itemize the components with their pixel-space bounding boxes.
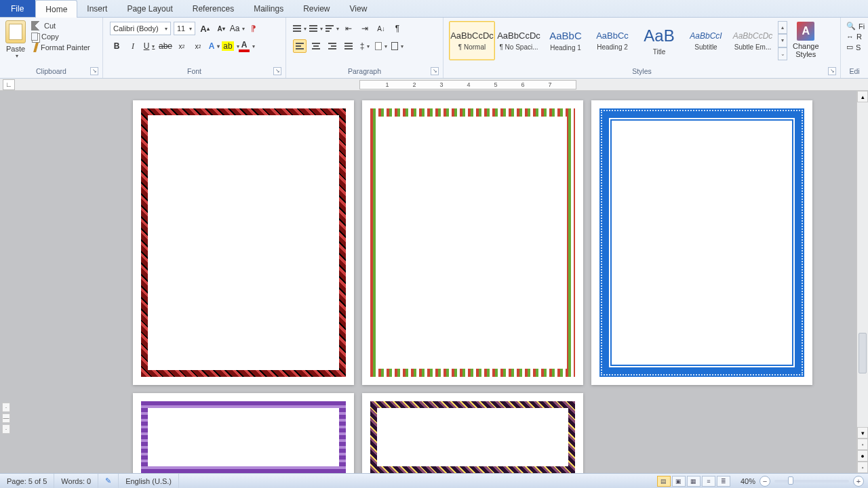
copy-button[interactable]: Copy [31,33,90,41]
group-paragraph: ▾ ▾ ▾ ⇤ ⇥ A↓ ¶ ‡▾ ▾ ▾ Paragraph↘ [286,18,443,78]
clear-formatting-button[interactable]: ⁋ [247,22,260,35]
superscript-button[interactable]: x2 [191,39,205,53]
tab-selector[interactable]: ∟ [3,79,15,90]
shrink-font-button[interactable]: A▾ [214,22,228,35]
style-name-label: Title [653,48,666,56]
show-marks-button[interactable]: ¶ [391,22,404,35]
prev-page-button[interactable]: ◦ [857,439,868,450]
zoom-out-button[interactable]: − [760,476,770,487]
multilevel-list-button[interactable]: ▾ [326,22,339,35]
tab-review[interactable]: Review [294,0,340,17]
font-size-combo[interactable]: 11▾ [174,22,195,35]
page-2[interactable] [362,100,583,385]
gallery-down-button[interactable]: ▾ [778,34,787,47]
style-no-spacing[interactable]: AaBbCcDc¶ No Spaci... [496,21,542,60]
cut-button[interactable]: Cut [31,21,90,30]
align-right-button[interactable] [326,39,339,53]
decrease-indent-button[interactable]: ⇤ [342,22,355,35]
zoom-level-label[interactable]: 40% [736,477,760,485]
zoom-thumb[interactable] [788,476,793,485]
style-preview: AaB [644,26,674,45]
borders-button[interactable]: ▾ [391,39,404,53]
style-heading-1[interactable]: AaBbCHeading 1 [542,21,589,60]
tab-view[interactable]: View [340,0,378,17]
paragraph-launcher[interactable]: ↘ [431,67,439,75]
bullets-button[interactable]: ▾ [293,22,307,35]
select-button[interactable]: ▭S [846,43,865,52]
pages-container[interactable] [0,91,856,473]
view-outline[interactable]: ≡ [702,476,715,487]
view-web-layout[interactable]: ▦ [687,476,701,487]
increase-indent-button[interactable]: ⇥ [358,22,372,35]
paste-dropdown-icon[interactable]: ▾ [16,53,18,59]
vertical-scrollbar[interactable]: ▴ ▾ ◦ ● ◦ [856,91,868,473]
align-left-button[interactable] [293,39,307,53]
style-title[interactable]: AaBTitle [636,21,682,60]
page-1[interactable] [133,100,354,385]
shading-button[interactable]: ▾ [374,39,388,53]
line-spacing-button[interactable]: ‡▾ [358,39,372,53]
scroll-up-button[interactable]: ▴ [857,91,868,102]
style-normal[interactable]: AaBbCcDc¶ Normal [449,21,495,60]
underline-button[interactable]: U▾ [142,39,156,53]
zoom-in-button[interactable]: + [853,476,864,487]
bold-button[interactable]: B [110,39,123,53]
font-color-button[interactable]: A▾ [240,39,254,53]
tab-page-layout[interactable]: Page Layout [117,0,182,17]
style-subtle-emphasis[interactable]: AaBbCcDcSubtle Em... [730,21,776,60]
page-5[interactable] [362,393,583,473]
tab-insert[interactable]: Insert [77,0,117,17]
clipboard-launcher[interactable]: ↘ [90,67,98,75]
sort-button[interactable]: A↓ [374,22,388,35]
font-name-combo[interactable]: Calibri (Body)▾ [110,22,171,35]
page-3[interactable] [591,100,812,385]
grow-font-button[interactable]: A▴ [198,22,212,35]
text-effects-button[interactable]: A▾ [208,39,221,53]
tab-references[interactable]: References [183,0,244,17]
tab-file[interactable]: File [0,0,35,17]
italic-button[interactable]: I [126,39,140,53]
view-full-screen[interactable]: ▣ [672,476,686,487]
status-language[interactable]: English (U.S.) [119,474,179,488]
find-button[interactable]: 🔍Fi [846,22,865,30]
replace-icon: ↔ [846,33,854,41]
highlight-button[interactable]: ab▾ [224,39,237,53]
scroll-down-button[interactable]: ▾ [857,427,868,439]
tab-mailings[interactable]: Mailings [244,0,294,17]
justify-button[interactable] [342,39,355,53]
format-painter-icon [33,43,39,52]
scroll-thumb[interactable] [859,333,867,373]
view-print-layout[interactable]: ▤ [657,476,671,487]
change-styles-button[interactable]: Change Styles [787,19,825,61]
status-proofing[interactable]: ✎ [98,474,119,488]
status-words[interactable]: Words: 0 [54,474,98,488]
find-icon: 🔍 [846,22,856,30]
format-painter-button[interactable]: Format Painter [31,43,90,52]
subscript-button[interactable]: x2 [175,39,189,53]
strikethrough-button[interactable]: abe [159,39,172,53]
replace-button[interactable]: ↔R [846,33,865,41]
horizontal-ruler[interactable]: 1234567 [359,80,576,89]
page-4[interactable] [133,393,354,473]
tab-home[interactable]: Home [35,0,77,18]
next-page-button[interactable]: ◦ [857,462,868,473]
style-name-label: Subtitle [694,43,717,51]
status-page[interactable]: Page: 5 of 5 [0,474,54,488]
view-draft[interactable]: ≣ [717,476,730,487]
style-subtitle[interactable]: AaBbCcISubtitle [683,21,729,60]
paste-button[interactable]: Paste ▾ [3,19,28,60]
font-launcher[interactable]: ↘ [273,67,281,75]
scroll-track[interactable] [857,102,868,427]
zoom-slider[interactable] [774,480,849,483]
align-center-button[interactable] [309,39,323,53]
numbering-button[interactable]: ▾ [309,22,323,35]
style-name-label: ¶ Normal [458,43,486,51]
style-heading-2[interactable]: AaBbCcHeading 2 [589,21,635,60]
change-case-button[interactable]: Aa▾ [231,22,244,35]
styles-launcher[interactable]: ↘ [828,67,836,75]
gallery-up-button[interactable]: ▴ [778,21,787,34]
cut-icon [31,21,41,30]
styles-gallery: AaBbCcDc¶ Normal AaBbCcDc¶ No Spaci... A… [446,19,787,60]
gallery-more-button[interactable]: ⌄ [778,47,787,60]
browse-object-button[interactable]: ● [857,450,868,462]
